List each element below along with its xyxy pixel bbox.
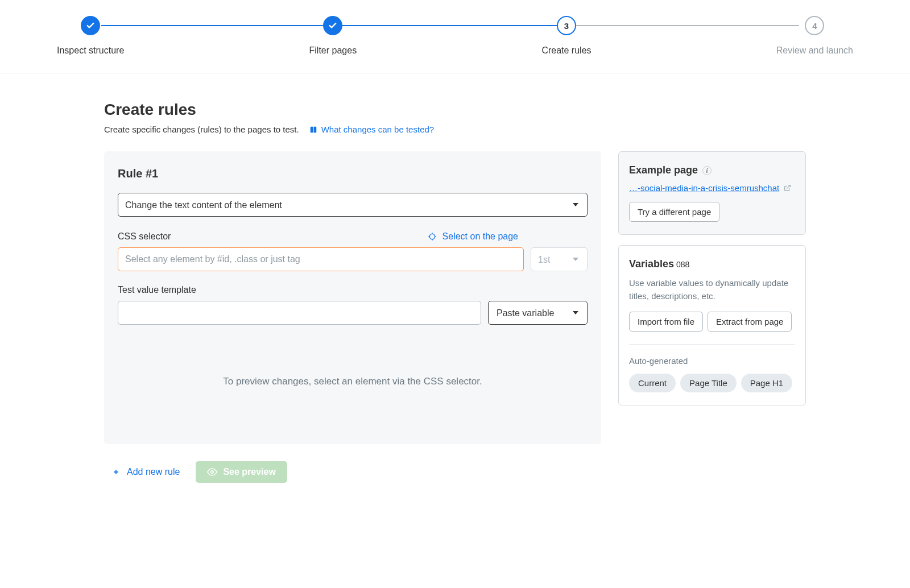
rule-title: Rule #1 bbox=[118, 167, 588, 180]
css-input-row: 1st bbox=[118, 247, 588, 271]
css-label: CSS selector bbox=[118, 231, 171, 242]
variable-pill-current[interactable]: Current bbox=[629, 374, 676, 392]
help-link[interactable]: What changes can be tested? bbox=[309, 125, 434, 134]
example-page-url-text: …-social-media-in-a-crisis-semrushchat bbox=[629, 183, 779, 193]
help-link-text: What changes can be tested? bbox=[321, 125, 434, 134]
template-label: Test value template bbox=[118, 285, 588, 295]
step-label: Inspect structure bbox=[57, 45, 124, 56]
check-icon bbox=[86, 21, 95, 30]
step-label: Filter pages bbox=[309, 45, 357, 56]
step-label: Create rules bbox=[541, 45, 591, 56]
svg-line-8 bbox=[787, 185, 791, 189]
variables-panel: Variables 088 Use variable values to dyn… bbox=[618, 245, 806, 405]
bottom-actions: Add new rule See preview bbox=[104, 461, 601, 483]
external-link-icon bbox=[784, 184, 791, 192]
step-filter-pages[interactable]: Filter pages bbox=[309, 16, 357, 56]
example-page-url-link[interactable]: …-social-media-in-a-crisis-semrushchat bbox=[629, 183, 795, 193]
variables-buttons: Import from file Extract from page bbox=[629, 312, 795, 332]
try-different-page-button[interactable]: Try a different page bbox=[629, 202, 719, 222]
select-on-page-text: Select on the page bbox=[442, 231, 518, 242]
extract-from-page-button[interactable]: Extract from page bbox=[708, 312, 792, 332]
step-connector bbox=[334, 25, 564, 26]
css-field-row: CSS selector Select on the page bbox=[118, 231, 588, 242]
variable-pill-page-h1[interactable]: Page H1 bbox=[741, 374, 792, 392]
nth-select[interactable]: 1st bbox=[531, 247, 588, 271]
example-page-title: Example page bbox=[629, 164, 698, 176]
info-icon[interactable]: i bbox=[702, 166, 712, 175]
import-from-file-button[interactable]: Import from file bbox=[629, 312, 703, 332]
step-label: Review and launch bbox=[776, 45, 853, 56]
step-connector bbox=[569, 25, 799, 26]
paste-variable-select[interactable]: Paste variable bbox=[488, 301, 588, 325]
preview-hint: To preview changes, select an element vi… bbox=[118, 325, 588, 421]
action-select[interactable]: Change the text content of the element bbox=[118, 193, 588, 217]
page-subtitle-row: Create specific changes (rules) to the p… bbox=[104, 125, 806, 134]
plus-icon bbox=[112, 468, 120, 476]
step-circle-done bbox=[323, 16, 342, 35]
left-column: Rule #1 Change the text content of the e… bbox=[104, 151, 601, 483]
paste-variable-wrap: Paste variable bbox=[488, 301, 588, 325]
variables-desc: Use variable values to dynamically updat… bbox=[629, 277, 795, 303]
add-rule-button[interactable]: Add new rule bbox=[112, 467, 180, 477]
step-circle-done bbox=[81, 16, 100, 35]
svg-point-0 bbox=[429, 234, 435, 239]
example-page-title-row: Example page i bbox=[629, 164, 712, 176]
stepper: Inspect structure Filter pages 3 Create … bbox=[0, 0, 910, 73]
select-on-page-link[interactable]: Select on the page bbox=[428, 231, 588, 242]
eye-icon bbox=[207, 467, 217, 477]
step-circle-current: 3 bbox=[557, 16, 576, 35]
add-rule-label: Add new rule bbox=[127, 467, 180, 477]
see-preview-label: See preview bbox=[223, 467, 276, 477]
example-page-panel: Example page i …-social-media-in-a-crisi… bbox=[618, 151, 806, 235]
divider bbox=[629, 344, 795, 345]
template-row: Paste variable bbox=[118, 301, 588, 325]
page-subtitle: Create specific changes (rules) to the p… bbox=[104, 125, 299, 134]
action-select-wrap: Change the text content of the element bbox=[118, 193, 588, 217]
columns: Rule #1 Change the text content of the e… bbox=[104, 151, 806, 483]
variable-pill-page-title[interactable]: Page Title bbox=[680, 374, 737, 392]
auto-generated-label: Auto-generated bbox=[629, 356, 795, 366]
variable-pills: Current Page Title Page H1 bbox=[629, 374, 795, 392]
step-connector bbox=[101, 25, 332, 26]
template-input[interactable] bbox=[118, 301, 481, 325]
nth-select-wrap: 1st bbox=[531, 247, 588, 271]
css-selector-input[interactable] bbox=[118, 247, 524, 271]
see-preview-button[interactable]: See preview bbox=[196, 461, 287, 483]
step-create-rules[interactable]: 3 Create rules bbox=[541, 16, 591, 56]
rule-card: Rule #1 Change the text content of the e… bbox=[104, 151, 601, 444]
target-icon bbox=[428, 232, 437, 241]
svg-point-7 bbox=[211, 471, 214, 474]
book-icon bbox=[309, 126, 317, 134]
step-review-launch: 4 Review and launch bbox=[776, 16, 853, 56]
right-column: Example page i …-social-media-in-a-crisi… bbox=[618, 151, 806, 416]
step-inspect-structure[interactable]: Inspect structure bbox=[57, 16, 124, 56]
page-container: Create rules Create specific changes (ru… bbox=[70, 73, 840, 506]
variables-title: Variables bbox=[629, 258, 674, 270]
step-circle-future: 4 bbox=[805, 16, 824, 35]
check-icon bbox=[328, 21, 337, 30]
page-title: Create rules bbox=[104, 101, 806, 119]
